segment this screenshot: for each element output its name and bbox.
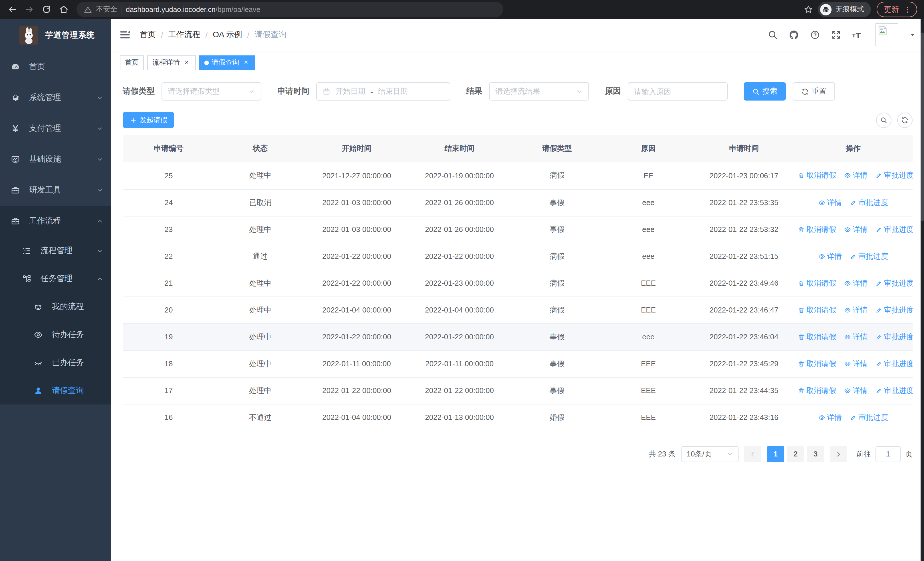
sidebar-item-infra[interactable]: 基础设施 xyxy=(0,144,111,175)
pen-icon xyxy=(850,253,856,260)
browser-back-button[interactable] xyxy=(4,2,20,17)
detail-action-link[interactable]: 详情 xyxy=(844,278,867,288)
detail-action-link[interactable]: 详情 xyxy=(818,197,842,208)
sidebar-item-todo-task[interactable]: 待办任务 xyxy=(0,320,111,349)
progress-action-link[interactable]: 审批进度 xyxy=(876,358,913,369)
cancel-action-link[interactable]: 取消请假 xyxy=(798,332,836,342)
sidebar-item-done-task[interactable]: 已办任务 xyxy=(0,349,111,376)
progress-action-link[interactable]: 审批进度 xyxy=(876,305,913,315)
detail-action-link[interactable]: 详情 xyxy=(818,251,842,261)
sidebar-collapse-button[interactable] xyxy=(119,29,131,41)
sidebar-item-my-process[interactable]: 我的流程 xyxy=(0,292,111,320)
pen-icon xyxy=(876,387,882,394)
detail-action-link[interactable]: 详情 xyxy=(844,332,867,342)
column-header-2: 开始时间 xyxy=(306,135,408,162)
create-leave-button[interactable]: 发起请假 xyxy=(123,112,174,128)
apply-time-range-picker[interactable]: 开始日期 - 结束日期 xyxy=(316,82,450,101)
cell-actions: 详情审批进度 xyxy=(794,189,913,216)
browser-reload-button[interactable] xyxy=(39,2,54,17)
detail-action-link[interactable]: 详情 xyxy=(844,170,867,181)
cancel-action-link[interactable]: 取消请假 xyxy=(798,278,836,288)
refresh-table-button[interactable] xyxy=(897,112,913,128)
detail-action-link[interactable]: 详情 xyxy=(844,358,867,369)
page-button-2[interactable]: 2 xyxy=(787,446,804,462)
github-icon[interactable] xyxy=(789,30,799,40)
search-button[interactable]: 搜索 xyxy=(744,82,786,101)
avatar[interactable] xyxy=(876,23,898,46)
progress-action-link[interactable]: 审批进度 xyxy=(850,251,888,261)
close-tab-icon[interactable]: × xyxy=(183,59,190,66)
app-logo[interactable]: 芋道管理系统 xyxy=(0,19,111,51)
page-scrollbar[interactable] xyxy=(921,19,924,561)
header-search-icon[interactable] xyxy=(768,30,778,40)
detail-action-link[interactable]: 详情 xyxy=(844,224,867,235)
sidebar-item-system[interactable]: 系统管理 xyxy=(0,82,111,113)
page-button-3[interactable]: 3 xyxy=(807,446,824,462)
user-menu-caret-icon[interactable] xyxy=(909,32,916,38)
progress-action-link[interactable]: 审批进度 xyxy=(876,332,913,342)
cell-reason: EEE xyxy=(603,296,694,323)
pen-icon xyxy=(876,307,882,313)
progress-action-link[interactable]: 审批进度 xyxy=(850,412,888,423)
cell-end: 2022-01-23 00:00:00 xyxy=(408,270,512,296)
svg-text:T: T xyxy=(852,33,856,39)
browser-forward-button[interactable] xyxy=(22,2,36,17)
browser-update-button[interactable]: 更新 xyxy=(877,2,917,17)
table-header-row: 申请编号状态开始时间结束时间请假类型原因申请时间操作 xyxy=(123,135,913,162)
cell-start: 2022-01-03 00:00:00 xyxy=(306,189,408,216)
cancel-action-link[interactable]: 取消请假 xyxy=(798,305,836,315)
sidebar-item-process-mgmt[interactable]: 流程管理 xyxy=(0,236,111,265)
toggle-search-button[interactable] xyxy=(876,112,891,128)
font-size-icon[interactable]: TT xyxy=(852,30,862,40)
browser-address-bar[interactable]: 不安全 dashboard.yudao.iocoder.cn/bpm/oa/le… xyxy=(76,2,503,17)
breadcrumb-item[interactable]: 工作流程 xyxy=(168,30,200,40)
progress-action-link[interactable]: 审批进度 xyxy=(876,224,913,235)
browser-chrome: 不安全 dashboard.yudao.iocoder.cn/bpm/oa/le… xyxy=(0,0,924,19)
sidebar-item-home[interactable]: 首页 xyxy=(0,51,111,82)
sidebar-item-workflow[interactable]: 工作流程 xyxy=(0,206,111,236)
reset-button[interactable]: 重置 xyxy=(793,82,835,101)
cell-start: 2022-01-04 00:00:00 xyxy=(306,404,408,431)
reason-input[interactable] xyxy=(634,87,722,96)
cell-start: 2022-01-11 00:00:00 xyxy=(306,350,408,377)
result-select[interactable]: 请选择流结果 xyxy=(489,82,589,101)
cell-start: 2021-12-27 00:00:00 xyxy=(306,162,408,189)
detail-action-link[interactable]: 详情 xyxy=(844,305,867,315)
close-tab-icon[interactable]: × xyxy=(242,59,250,66)
detail-action-link[interactable]: 详情 xyxy=(844,385,867,396)
sidebar-item-task-mgmt[interactable]: 任务管理 xyxy=(0,265,111,292)
search-icon xyxy=(752,88,760,95)
cell-type: 病假 xyxy=(512,270,603,296)
sidebar-item-leave-query[interactable]: 请假查询 xyxy=(0,376,111,405)
goto-page-input[interactable] xyxy=(876,446,901,462)
flow-icon xyxy=(22,274,32,283)
fullscreen-icon[interactable] xyxy=(831,30,841,40)
progress-action-link[interactable]: 审批进度 xyxy=(876,278,913,288)
next-page-button[interactable] xyxy=(830,446,847,462)
progress-action-link[interactable]: 审批进度 xyxy=(876,170,913,181)
tab-请假查询[interactable]: 请假查询× xyxy=(199,55,255,70)
help-icon[interactable] xyxy=(810,30,820,40)
detail-action-link[interactable]: 详情 xyxy=(818,412,842,423)
leave-type-select[interactable]: 请选择请假类型 xyxy=(162,82,261,101)
column-header-0: 申请编号 xyxy=(123,135,214,162)
cancel-action-link[interactable]: 取消请假 xyxy=(798,170,836,181)
scrollbar-thumb[interactable] xyxy=(921,33,924,221)
sidebar-item-payment[interactable]: 支付管理 xyxy=(0,113,111,144)
page-button-1[interactable]: 1 xyxy=(767,446,784,462)
browser-home-button[interactable] xyxy=(56,2,71,17)
breadcrumb-item[interactable]: 首页 xyxy=(140,30,156,40)
tab-首页[interactable]: 首页 xyxy=(120,55,144,70)
browser-menu-kebab-icon[interactable] xyxy=(903,5,912,14)
breadcrumb-item[interactable]: OA 示例 xyxy=(213,30,242,40)
cancel-action-link[interactable]: 取消请假 xyxy=(798,385,836,396)
progress-action-link[interactable]: 审批进度 xyxy=(876,385,913,396)
prev-page-button[interactable] xyxy=(744,446,761,462)
cancel-action-link[interactable]: 取消请假 xyxy=(798,224,836,235)
cancel-action-link[interactable]: 取消请假 xyxy=(798,358,836,369)
progress-action-link[interactable]: 审批进度 xyxy=(850,197,888,208)
sidebar-item-devtools[interactable]: 研发工具 xyxy=(0,175,111,206)
tab-流程详情[interactable]: 流程详情× xyxy=(147,55,196,70)
bookmark-star-icon[interactable] xyxy=(801,2,816,17)
page-size-select[interactable]: 10条/页 xyxy=(681,446,738,462)
